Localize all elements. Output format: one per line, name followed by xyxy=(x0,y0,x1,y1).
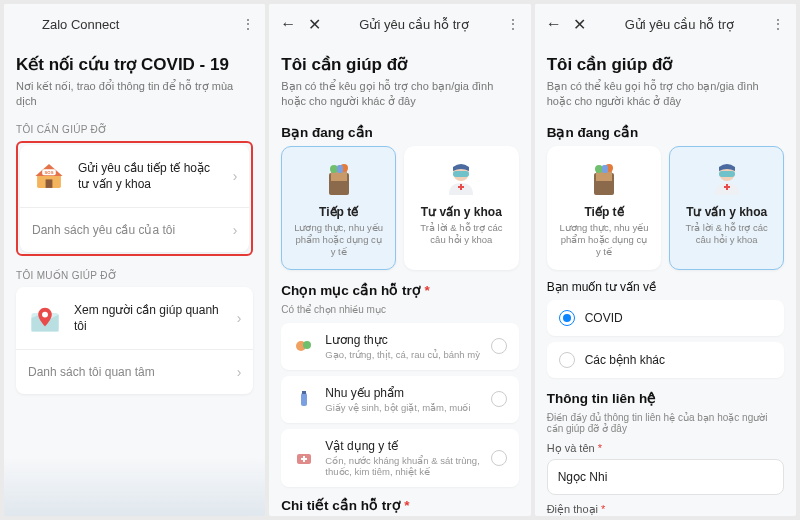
opt1-title: Tiếp tế xyxy=(288,205,389,219)
radio-other[interactable]: Các bệnh khác xyxy=(547,342,784,378)
send-request-label: Gửi yêu cầu tiếp tế hoặc tư vấn y khoa xyxy=(78,160,221,192)
content: Tôi cần giúp đỡ Bạn có thể kêu gọi hỗ tr… xyxy=(535,44,796,516)
back-icon[interactable]: ← xyxy=(545,15,563,33)
topbar: ← ✕ Gửi yêu cầu hỗ trợ ⋮ xyxy=(269,4,530,44)
food-icon xyxy=(293,335,315,357)
sub: Bạn có thể kêu gọi hỗ trợ cho bạn/gia đì… xyxy=(547,79,784,110)
topbar: Zalo Connect ⋮ xyxy=(4,4,265,44)
give-help-label: TÔI MUỐN GIÚP ĐỠ xyxy=(16,270,253,281)
more-icon[interactable]: ⋮ xyxy=(239,16,255,32)
svg-point-25 xyxy=(595,165,603,173)
close-icon[interactable]: ✕ xyxy=(571,15,589,33)
doctor-icon xyxy=(441,159,481,199)
opt1-desc: Lương thực, nhu yếu phẩm hoặc dụng cụ y … xyxy=(288,222,389,259)
heading: Tôi cần giúp đỡ xyxy=(281,54,518,75)
radio-label: Các bệnh khác xyxy=(585,353,772,367)
sos-house-icon: SOS xyxy=(32,159,66,193)
bottle-icon xyxy=(293,388,315,410)
my-requests-row[interactable]: Danh sách yêu cầu của tôi › xyxy=(20,207,249,252)
send-request-row[interactable]: SOS Gửi yêu cầu tiếp tế hoặc tư vấn y kh… xyxy=(20,145,249,207)
select-sub: Có thể chọn nhiều mục xyxy=(281,304,518,315)
svg-rect-27 xyxy=(602,165,608,173)
svg-rect-11 xyxy=(337,165,343,173)
opt2-title: Tư vấn y khoa xyxy=(676,205,777,219)
item-food[interactable]: Lương thực Gạo, trứng, thịt, cá, rau củ,… xyxy=(281,323,518,370)
give-help-card: Xem người cần giúp quanh tôi › Danh sách… xyxy=(16,287,253,394)
opt2-desc: Trả lời & hỗ trợ các câu hỏi y khoa xyxy=(411,222,512,247)
checkbox[interactable] xyxy=(491,391,507,407)
svg-text:SOS: SOS xyxy=(45,170,54,175)
chevron-right-icon: › xyxy=(233,168,238,184)
screen-title: Gửi yêu cầu hỗ trợ xyxy=(331,17,496,32)
option-medical[interactable]: Tư vấn y khoa Trả lời & hỗ trợ các câu h… xyxy=(404,146,519,270)
opt2-desc: Trả lời & hỗ trợ các câu hỏi y khoa xyxy=(676,222,777,247)
opt1-title: Tiếp tế xyxy=(554,205,655,219)
item-desc: Gạo, trứng, thịt, cá, rau củ, bánh mỳ xyxy=(325,349,480,360)
grocery-bag-icon xyxy=(584,159,624,199)
chevron-right-icon: › xyxy=(233,222,238,238)
svg-rect-29 xyxy=(719,171,735,177)
back-icon[interactable]: ← xyxy=(279,15,297,33)
need-help-label: TÔI CẦN GIÚP ĐỠ xyxy=(16,124,253,135)
svg-point-6 xyxy=(42,312,48,318)
item-name: Lương thực xyxy=(325,333,480,347)
item-essentials[interactable]: Nhu yếu phẩm Giấy vệ sinh, bột giặt, mắm… xyxy=(281,376,518,423)
more-icon[interactable]: ⋮ xyxy=(505,16,521,32)
radio-icon[interactable] xyxy=(559,310,575,326)
view-nearby-row[interactable]: Xem người cần giúp quanh tôi › xyxy=(16,287,253,349)
app-title: Zalo Connect xyxy=(14,17,231,32)
svg-point-9 xyxy=(330,165,338,173)
name-input[interactable] xyxy=(547,459,784,495)
contact-sub: Điền đầy đủ thông tin liên hệ của bạn ho… xyxy=(547,412,784,434)
screen-request-medical: ← ✕ Gửi yêu cầu hỗ trợ ⋮ Tôi cần giúp đỡ… xyxy=(535,4,796,516)
more-icon[interactable]: ⋮ xyxy=(770,16,786,32)
heading: Tôi cần giúp đỡ xyxy=(547,54,784,75)
content: Kết nối cứu trợ COVID - 19 Nơi kết nối, … xyxy=(4,44,265,516)
screen-zalo-connect: Zalo Connect ⋮ Kết nối cứu trợ COVID - 1… xyxy=(4,4,265,516)
page-subtitle: Nơi kết nối, trao đổi thông tin để hỗ tr… xyxy=(16,79,253,110)
watchlist-row[interactable]: Danh sách tôi quan tâm › xyxy=(16,349,253,394)
opt2-title: Tư vấn y khoa xyxy=(411,205,512,219)
svg-rect-18 xyxy=(301,393,307,406)
view-nearby-label: Xem người cần giúp quanh tôi xyxy=(74,302,225,334)
phone-label: Điện thoại xyxy=(547,503,784,516)
screen-request-supply: ← ✕ Gửi yêu cầu hỗ trợ ⋮ Tôi cần giúp đỡ… xyxy=(269,4,530,516)
svg-rect-15 xyxy=(460,184,462,190)
svg-rect-19 xyxy=(302,391,306,394)
chevron-right-icon: › xyxy=(237,310,242,326)
medkit-icon xyxy=(293,447,315,469)
needing-heading: Bạn đang cần xyxy=(547,124,784,140)
map-pin-icon xyxy=(28,301,62,335)
svg-rect-4 xyxy=(46,179,53,188)
grocery-bag-icon xyxy=(319,159,359,199)
screen-title: Gửi yêu cầu hỗ trợ xyxy=(597,17,762,32)
option-cards: Tiếp tế Lương thực, nhu yếu phẩm hoặc dụ… xyxy=(281,146,518,270)
option-cards: Tiếp tế Lương thực, nhu yếu phẩm hoặc dụ… xyxy=(547,146,784,270)
option-medical[interactable]: Tư vấn y khoa Trả lời & hỗ trợ các câu h… xyxy=(669,146,784,270)
sub: Bạn có thể kêu gọi hỗ trợ cho bạn/gia đì… xyxy=(281,79,518,110)
name-label: Họ và tên xyxy=(547,442,784,455)
doctor-icon xyxy=(707,159,747,199)
select-heading: Chọn mục cần hỗ trợ xyxy=(281,282,518,298)
svg-point-17 xyxy=(303,341,311,349)
item-medical-supplies[interactable]: Vật dụng y tế Cồn, nước kháng khuẩn & sá… xyxy=(281,429,518,487)
option-supply[interactable]: Tiếp tế Lương thực, nhu yếu phẩm hoặc dụ… xyxy=(547,146,662,270)
svg-rect-31 xyxy=(726,184,728,190)
item-desc: Giấy vệ sinh, bột giặt, mắm, muối xyxy=(325,402,480,413)
option-supply[interactable]: Tiếp tế Lương thực, nhu yếu phẩm hoặc dụ… xyxy=(281,146,396,270)
checkbox[interactable] xyxy=(491,450,507,466)
page-heading: Kết nối cứu trợ COVID - 19 xyxy=(16,54,253,75)
highlight-box: SOS Gửi yêu cầu tiếp tế hoặc tư vấn y kh… xyxy=(16,141,253,256)
svg-rect-22 xyxy=(301,458,307,460)
watchlist-label: Danh sách tôi quan tâm xyxy=(28,364,225,380)
content: Tôi cần giúp đỡ Bạn có thể kêu gọi hỗ tr… xyxy=(269,44,530,516)
radio-label: COVID xyxy=(585,311,772,325)
my-requests-label: Danh sách yêu cầu của tôi xyxy=(32,222,221,238)
checkbox[interactable] xyxy=(491,338,507,354)
item-desc: Cồn, nước kháng khuẩn & sát trùng, thuốc… xyxy=(325,455,480,477)
need-help-card: SOS Gửi yêu cầu tiếp tế hoặc tư vấn y kh… xyxy=(20,145,249,252)
close-icon[interactable]: ✕ xyxy=(305,15,323,33)
item-name: Vật dụng y tế xyxy=(325,439,480,453)
radio-covid[interactable]: COVID xyxy=(547,300,784,336)
radio-icon[interactable] xyxy=(559,352,575,368)
